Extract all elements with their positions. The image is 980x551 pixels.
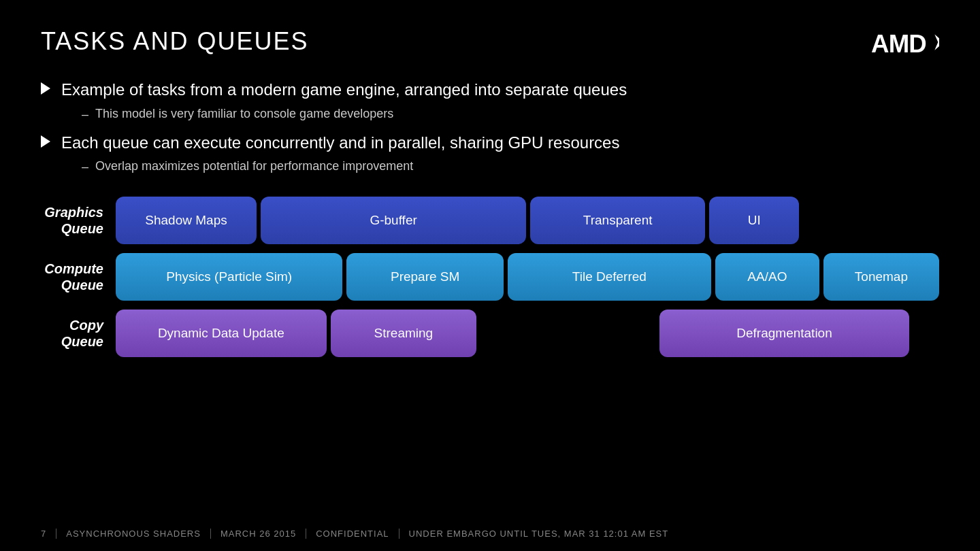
- bullet-sub-1: – This model is very familiar to console…: [82, 107, 939, 122]
- graphics-queue-tasks: Shadow Maps G-buffer Transparent UI: [116, 197, 939, 244]
- bullets-section: Example of tasks from a modern game engi…: [41, 78, 939, 174]
- page-title: TASKS AND QUEUES: [41, 27, 308, 56]
- bullet-sub-2: – Overlap maximizes potential for perfor…: [82, 159, 939, 174]
- task-dynamic-data: Dynamic Data Update: [116, 310, 327, 357]
- task-ui: UI: [709, 197, 799, 244]
- footer-item-2: MARCH 26 2015: [211, 529, 306, 539]
- bullet-sub-text-1: This model is very familiar to console g…: [95, 107, 393, 121]
- footer-item-3: CONFIDENTIAL: [306, 529, 399, 539]
- compute-queue-label: ComputeQueue: [41, 261, 116, 293]
- copy-queue-label: CopyQueue: [41, 317, 116, 350]
- bullet-sub-text-2: Overlap maximizes potential for performa…: [95, 159, 413, 173]
- bullet-dash-1: –: [82, 107, 88, 122]
- copy-queue-row: CopyQueue Dynamic Data Update Streaming …: [41, 307, 939, 358]
- task-aa-ao: AA/AO: [715, 253, 819, 301]
- compute-queue-row: ComputeQueue Physics (Particle Sim) Prep…: [41, 251, 939, 302]
- svg-marker-1: [934, 34, 939, 50]
- task-transparent: Transparent: [530, 197, 705, 244]
- task-tonemap: Tonemap: [823, 253, 939, 301]
- copy-queue-tasks: Dynamic Data Update Streaming Defragment…: [116, 310, 939, 357]
- task-prepare-sm: Prepare SM: [346, 253, 503, 301]
- bullet-main-2: Each queue can execute concurrently and …: [41, 131, 939, 154]
- bullet-triangle-icon-2: [41, 135, 50, 148]
- task-streaming: Streaming: [331, 310, 476, 357]
- bullet-main-text-2: Each queue can execute concurrently and …: [61, 131, 619, 154]
- task-shadow-maps: Shadow Maps: [116, 197, 257, 244]
- amd-logo: AMD: [871, 27, 939, 58]
- svg-text:AMD: AMD: [871, 30, 926, 58]
- bullet-main-1: Example of tasks from a modern game engi…: [41, 78, 939, 101]
- compute-queue-tasks: Physics (Particle Sim) Prepare SM Tile D…: [116, 253, 939, 301]
- bullet-main-text-1: Example of tasks from a modern game engi…: [61, 78, 627, 101]
- bullet-dash-2: –: [82, 160, 88, 174]
- graphics-queue-label: GraphicsQueue: [41, 204, 116, 237]
- footer-item-1: ASYNCHRONOUS SHADERS: [56, 529, 211, 539]
- task-tile-deferred: Tile Deferred: [508, 253, 711, 301]
- graphics-queue-row: GraphicsQueue Shadow Maps G-buffer Trans…: [41, 195, 939, 246]
- task-defragmentation: Defragmentation: [659, 310, 909, 357]
- queue-diagram: GraphicsQueue Shadow Maps G-buffer Trans…: [41, 195, 939, 358]
- footer-page: 7: [41, 529, 56, 539]
- slide: TASKS AND QUEUES AMD Example of tasks fr…: [0, 0, 980, 551]
- amd-logo-svg: AMD: [871, 27, 939, 58]
- header: TASKS AND QUEUES AMD: [41, 27, 939, 58]
- task-g-buffer: G-buffer: [261, 197, 526, 244]
- task-physics: Physics (Particle Sim): [116, 253, 342, 301]
- footer-item-4: UNDER EMBARGO UNTIL TUES, MAR 31 12:01 A…: [399, 529, 679, 539]
- footer: 7 ASYNCHRONOUS SHADERS MARCH 26 2015 CON…: [41, 529, 939, 539]
- bullet-triangle-icon-1: [41, 82, 50, 95]
